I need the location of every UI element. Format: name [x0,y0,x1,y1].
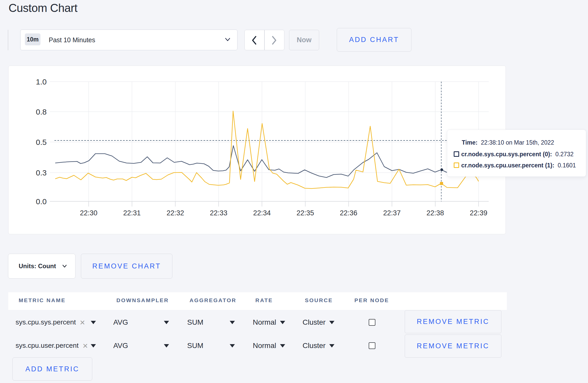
svg-text:22:36: 22:36 [340,209,358,217]
svg-text:22:31: 22:31 [123,209,141,217]
svg-text:22:38: 22:38 [426,209,444,217]
svg-text:22:34: 22:34 [253,209,271,217]
svg-text:0.8: 0.8 [36,108,47,116]
svg-text:22:33: 22:33 [210,209,228,217]
svg-text:0.0: 0.0 [36,197,47,206]
svg-text:22:37: 22:37 [383,209,401,217]
svg-text:22:32: 22:32 [166,209,184,217]
svg-text:22:35: 22:35 [297,209,314,217]
svg-text:22:30: 22:30 [80,209,97,217]
svg-text:1.0: 1.0 [36,77,47,86]
svg-text:22:39: 22:39 [470,209,487,217]
svg-text:0.5: 0.5 [36,138,47,146]
svg-text:0.3: 0.3 [36,168,47,177]
